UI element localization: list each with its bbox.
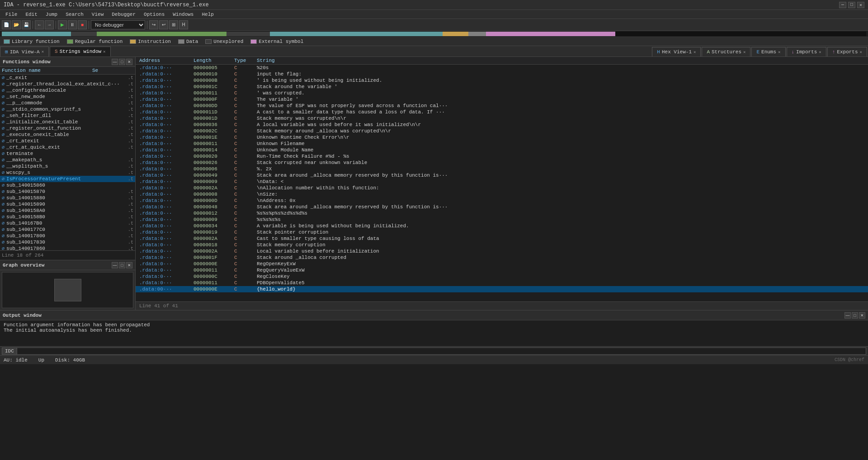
idc-input[interactable] xyxy=(17,347,866,355)
tab-structures[interactable]: A Structures ✕ xyxy=(702,47,750,56)
string-row[interactable]: .rdata:0···0000000DC\nAddress: 0x xyxy=(136,197,868,204)
tab-strings[interactable]: S Strings window ✕ xyxy=(50,47,110,56)
string-row[interactable]: .rdata:0···00000006C%. 2X xyxy=(136,166,868,172)
string-row[interactable]: .rdata:0···0000002CCStack memory around … xyxy=(136,128,868,134)
function-list-item[interactable]: ⌀__configthreadlocale.t xyxy=(0,87,135,94)
function-list-item[interactable]: ⌀_set_new_mode.t xyxy=(0,94,135,100)
function-list-item[interactable]: ⌀IsProcessorFeaturePresent.t xyxy=(0,176,135,182)
menu-item-search[interactable]: Search xyxy=(62,11,87,18)
string-row[interactable]: .rdata:0···0000000BC' is being used with… xyxy=(136,77,868,84)
menu-item-options[interactable]: Options xyxy=(140,11,168,18)
menu-item-jump[interactable]: Jump xyxy=(42,11,61,18)
string-row[interactable]: .rdata:0···00000036CA local variable was… xyxy=(136,122,868,128)
string-row[interactable]: .rdata:0···00000011C' was corrupted. xyxy=(136,90,868,96)
panel-close[interactable]: ✕ xyxy=(126,59,132,65)
function-list-item[interactable]: ⌀__p__commode.t xyxy=(0,100,135,106)
function-list-item[interactable]: ⌀_register_onexit_function.t xyxy=(0,125,135,131)
string-row[interactable]: .rdata:0···00000019CStack pointer corrup… xyxy=(136,229,868,235)
minimize-button[interactable]: — xyxy=(839,2,846,8)
function-list-item[interactable]: ⌀__stdio_common_vsprintf_s.t xyxy=(0,106,135,113)
tab-structures-close[interactable]: ✕ xyxy=(743,50,745,55)
string-row[interactable]: .rdata:0···00000009C\nData: < xyxy=(136,178,868,185)
function-list-item[interactable]: ⌀sub_140167B0.t xyxy=(0,220,135,226)
play-btn[interactable]: ▶ xyxy=(58,20,67,29)
function-list-item[interactable]: ⌀sub_140015860 xyxy=(0,182,135,188)
tab-imports-close[interactable]: ✕ xyxy=(819,50,821,55)
function-list-item[interactable]: ⌀_seh_filter_dll.t xyxy=(0,113,135,119)
tab-imports[interactable]: ↓ Imports ✕ xyxy=(787,47,826,56)
string-row[interactable]: .rdata:0···00000011CPDBOpenValidate5 xyxy=(136,280,868,286)
tab-hex-close[interactable]: ✕ xyxy=(693,50,696,55)
function-list-item[interactable]: ⌀_crt_atexit.t xyxy=(0,138,135,144)
maximize-button[interactable]: □ xyxy=(848,2,855,8)
function-list-item[interactable]: ⌀_crt_at_quick_exit.t xyxy=(0,144,135,150)
function-list-item[interactable]: ⌀_initialize_onexit_table.t xyxy=(0,119,135,125)
string-row[interactable]: .rdata:0···0000002AC\nAllocation number … xyxy=(136,185,868,191)
function-list-item[interactable]: ⌀sub_140015870.t xyxy=(0,188,135,195)
stop-btn[interactable]: ■ xyxy=(78,20,87,29)
string-row[interactable]: .rdata:0···0000000CCRegCloseKey xyxy=(136,273,868,280)
step2-btn[interactable]: ↩ xyxy=(159,20,168,29)
string-row[interactable]: .rdata:0···0000001FCStack around _alloca… xyxy=(136,254,868,261)
hex-btn[interactable]: H xyxy=(179,20,188,29)
function-list-item[interactable]: ⌀_register_thread_local_exe_atexit_c···.… xyxy=(0,81,135,87)
string-row[interactable]: .rdata:0···00000012C%s%s%p%s%zd%s%d%s xyxy=(136,210,868,216)
tab-exports-close[interactable]: ✕ xyxy=(860,50,862,55)
function-list-item[interactable]: ⌀__wsplitpath_s.t xyxy=(0,163,135,169)
string-row[interactable]: .rdata:0···00000005C%20s xyxy=(136,65,868,71)
debugger-select[interactable]: No debugger xyxy=(91,20,145,29)
function-list-item[interactable]: ⌀terminate xyxy=(0,150,135,157)
tab-enums[interactable]: E Enums ✕ xyxy=(751,47,785,56)
function-list-item[interactable]: ⌀__makepath_s.t xyxy=(0,157,135,163)
panel-float[interactable]: □ xyxy=(119,59,125,65)
menu-item-file[interactable]: File xyxy=(2,11,21,18)
function-list-item[interactable]: ⌀_execute_onexit_table.t xyxy=(0,131,135,138)
string-row[interactable]: .rdata:0···00000011CUnknown Filename xyxy=(136,141,868,147)
menu-item-windows[interactable]: Windows xyxy=(169,11,197,18)
tab-strings-close[interactable]: ✕ xyxy=(103,49,105,54)
string-row[interactable]: .rdata:0···0000002ACLocal variable used … xyxy=(136,248,868,254)
output-minimize[interactable]: — xyxy=(844,312,851,319)
graph-btn[interactable]: ⊞ xyxy=(169,20,178,29)
function-list-item[interactable]: ⌀sub_140017800.t xyxy=(0,233,135,239)
new-btn[interactable]: 📄 xyxy=(2,20,11,29)
close-button[interactable]: ✕ xyxy=(857,2,864,8)
string-row[interactable]: .rdata:0···0000011DCA cast to a smaller … xyxy=(136,109,868,115)
output-float[interactable]: □ xyxy=(852,312,858,319)
string-row[interactable]: .data:00···0000000EC{hello_world} xyxy=(136,286,868,292)
tab-ida-close[interactable]: ✕ xyxy=(42,49,44,54)
string-row[interactable]: .rdata:0···0000000ECRegOpenKeyExW xyxy=(136,261,868,267)
string-row[interactable]: .rdata:0···0000002ACCast to smaller type… xyxy=(136,235,868,242)
forward-btn[interactable]: → xyxy=(45,20,54,29)
function-list-item[interactable]: ⌀sub_1400158B0.t xyxy=(0,214,135,220)
function-list-item[interactable]: ⌀sub_1400177C0.t xyxy=(0,226,135,233)
function-list-item[interactable]: ⌀sub_1400158A0.t xyxy=(0,207,135,214)
string-row[interactable]: .rdata:0···00000048CStack area around _a… xyxy=(136,204,868,210)
output-close[interactable]: ✕ xyxy=(859,312,865,319)
string-row[interactable]: .rdata:0···00000009C%s%s%s%s xyxy=(136,216,868,223)
menu-item-help[interactable]: Help xyxy=(198,11,217,18)
tab-exports[interactable]: ↑ Exports ✕ xyxy=(827,47,867,56)
function-list-item[interactable]: ⌀sub_140015880.t xyxy=(0,195,135,201)
function-list-item[interactable]: ⌀_c_exit.t xyxy=(0,75,135,81)
open-btn[interactable]: 📂 xyxy=(12,20,21,29)
panel-minimize[interactable]: — xyxy=(112,59,118,65)
string-row[interactable]: .rdata:0···00000034CA variable is being … xyxy=(136,223,868,229)
function-list-item[interactable]: ⌀wcscpy_s.t xyxy=(0,169,135,176)
string-row[interactable]: .rdata:0···00000008C\nSize: xyxy=(136,191,868,197)
graph-close[interactable]: ✕ xyxy=(126,262,132,268)
pause-btn[interactable]: ⏸ xyxy=(68,20,77,29)
string-row[interactable]: .rdata:0···00000026CStack corrupted near… xyxy=(136,160,868,166)
graph-minimize[interactable]: — xyxy=(112,262,118,268)
tab-hex-view[interactable]: H Hex View-1 ✕ xyxy=(652,47,701,56)
menu-item-edit[interactable]: Edit xyxy=(22,11,41,18)
string-row[interactable]: .rdata:0···00000014CUnknown Module Name xyxy=(136,147,868,153)
tab-ida-view[interactable]: ⊞ IDA View-A ✕ xyxy=(0,47,49,56)
string-row[interactable]: .rdata:0···0000000FCThe variable ' xyxy=(136,96,868,103)
menu-item-view[interactable]: View xyxy=(88,11,107,18)
function-list-item[interactable]: ⌀sub_140015890.t xyxy=(0,201,135,207)
string-row[interactable]: .rdata:0···0000001CCStack around the var… xyxy=(136,84,868,90)
string-row[interactable]: .rdata:0···00000011CRegQueryValueExW xyxy=(136,267,868,273)
string-row[interactable]: .rdata:0···00000010Cinput the flag: xyxy=(136,71,868,77)
string-row[interactable]: .rdata:0···00000049CStack area around _a… xyxy=(136,172,868,178)
